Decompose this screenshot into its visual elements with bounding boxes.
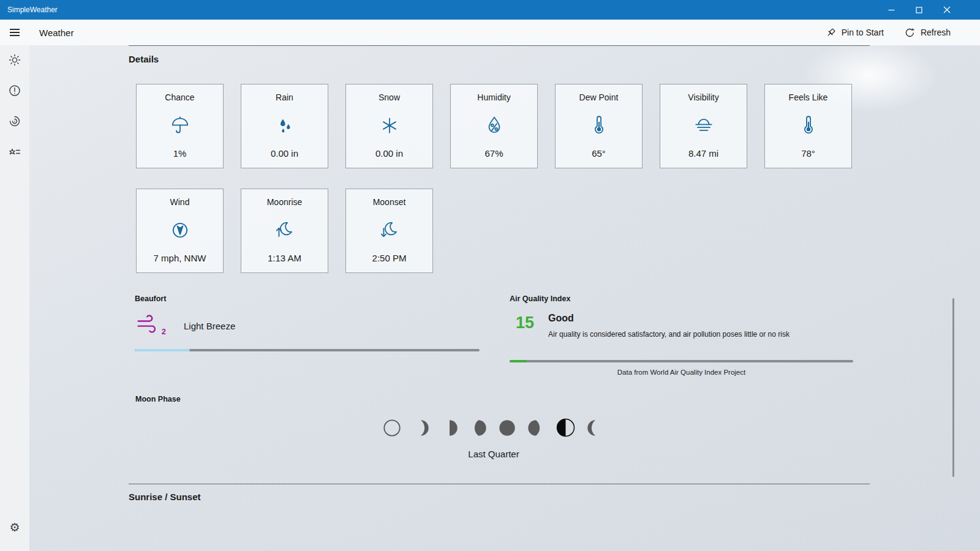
detail-card-snow: Snow 0.00 in bbox=[345, 84, 433, 168]
card-value: 1:13 AM bbox=[268, 253, 301, 263]
page-title: Weather bbox=[39, 28, 74, 38]
thermometer-icon bbox=[798, 114, 819, 137]
sidebar: ⚙ bbox=[0, 45, 29, 551]
detail-card-feels-like: Feels Like 78° bbox=[764, 84, 852, 168]
card-label: Wind bbox=[170, 197, 190, 207]
moon-phase-waning-gibbous-icon bbox=[527, 419, 545, 437]
raindrops-icon bbox=[274, 114, 295, 137]
beaufort-progress-bar bbox=[135, 349, 480, 351]
sun-icon bbox=[9, 54, 21, 66]
beaufort-scale-number: 2 bbox=[162, 327, 166, 336]
moon-phase-waxing-crescent-icon bbox=[412, 419, 430, 437]
close-button[interactable] bbox=[933, 0, 960, 20]
beaufort-heading: Beaufort bbox=[135, 294, 166, 303]
moonset-icon bbox=[379, 219, 400, 241]
alert-icon bbox=[9, 84, 21, 97]
moon-phase-last-quarter-icon bbox=[556, 418, 576, 438]
sidebar-item-settings[interactable]: ⚙ bbox=[8, 520, 21, 534]
aqi-heading: Air Quality Index bbox=[510, 294, 570, 303]
minimize-button[interactable] bbox=[878, 0, 905, 20]
card-label: Chance bbox=[165, 92, 194, 102]
pin-icon bbox=[826, 28, 836, 38]
aqi-attribution: Data from World Air Quality Index Projec… bbox=[510, 369, 853, 376]
card-label: Rain bbox=[276, 92, 293, 102]
card-label: Snow bbox=[379, 92, 400, 102]
card-value: 0.00 in bbox=[375, 148, 403, 159]
sidebar-item-alerts[interactable] bbox=[8, 84, 21, 97]
pin-to-start-label: Pin to Start bbox=[842, 28, 884, 37]
detail-card-dew-point: Dew Point 65° bbox=[555, 84, 643, 168]
card-value: 67% bbox=[484, 148, 503, 159]
section-divider bbox=[129, 484, 870, 484]
sidebar-item-current-weather[interactable] bbox=[8, 53, 21, 67]
moon-phase-row bbox=[129, 418, 859, 438]
sunrise-sunset-heading: Sunrise / Sunset bbox=[129, 492, 201, 502]
aqi-category: Good bbox=[548, 313, 574, 324]
header-actions: Pin to Start Refresh bbox=[826, 28, 951, 38]
card-value: 65° bbox=[592, 148, 606, 159]
close-icon bbox=[943, 6, 951, 13]
card-value: 8.47 mi bbox=[688, 148, 718, 159]
card-label: Visibility bbox=[688, 92, 718, 102]
minimize-icon bbox=[888, 7, 895, 13]
beaufort-label: Light Breeze bbox=[184, 321, 235, 331]
sidebar-item-favorites[interactable] bbox=[8, 145, 21, 159]
maximize-icon bbox=[916, 7, 922, 13]
refresh-button[interactable]: Refresh bbox=[905, 28, 951, 38]
card-label: Moonrise bbox=[267, 197, 303, 207]
card-label: Humidity bbox=[477, 92, 510, 102]
card-label: Moonset bbox=[373, 197, 406, 207]
card-value: 78° bbox=[801, 148, 815, 159]
detail-card-wind: Wind 7 mph, NNW bbox=[136, 189, 224, 273]
aqi-progress-bar bbox=[510, 360, 853, 362]
scrollbar-thumb[interactable] bbox=[952, 298, 954, 477]
app-window: SimpleWeather Weather Pin to Start bbox=[0, 0, 980, 551]
moon-phase-full-moon-icon bbox=[498, 419, 516, 437]
star-list-icon bbox=[9, 146, 21, 158]
detail-card-rain: Rain 0.00 in bbox=[241, 84, 328, 168]
detail-card-visibility: Visibility 8.47 mi bbox=[660, 84, 747, 168]
maximize-button[interactable] bbox=[905, 0, 933, 20]
sidebar-item-radar[interactable] bbox=[8, 114, 21, 128]
refresh-label: Refresh bbox=[921, 28, 951, 37]
card-label: Dew Point bbox=[579, 92, 619, 102]
aqi-progress-fill bbox=[510, 360, 527, 362]
humidity-drop-icon bbox=[484, 114, 505, 137]
compass-arrow-icon bbox=[170, 219, 190, 241]
card-value: 7 mph, NNW bbox=[154, 253, 206, 263]
detail-card-moonrise: Moonrise 1:13 AM bbox=[241, 189, 328, 273]
umbrella-icon bbox=[170, 114, 190, 137]
aqi-value: 15 bbox=[516, 313, 534, 332]
details-cards-row-2: Wind 7 mph, NNW Moonrise bbox=[136, 189, 433, 273]
beaufort-progress-fill bbox=[135, 349, 190, 351]
section-divider bbox=[129, 45, 870, 46]
radar-icon bbox=[9, 115, 21, 127]
snowflake-icon bbox=[379, 114, 400, 137]
beaufort-wind-icon: 2 bbox=[136, 313, 165, 335]
detail-card-chance: Chance 1% bbox=[136, 84, 224, 168]
card-value: 2:50 PM bbox=[372, 253, 407, 263]
detail-card-moonset: Moonset 2:50 PM bbox=[345, 189, 433, 273]
header: Weather Pin to Start Refresh bbox=[0, 20, 980, 45]
aqi-description: Air quality is considered satisfactory, … bbox=[548, 330, 790, 339]
details-cards-row-1: Chance 1% Rain bbox=[136, 84, 852, 168]
moon-phase-first-quarter-icon bbox=[440, 419, 459, 437]
detail-card-humidity: Humidity 67% bbox=[450, 84, 538, 168]
refresh-icon bbox=[905, 28, 915, 38]
moon-current-phase-label: Last Quarter bbox=[129, 449, 859, 459]
moon-phase-waning-crescent-icon bbox=[586, 419, 605, 437]
thermometer-icon bbox=[589, 114, 609, 137]
pin-to-start-button[interactable]: Pin to Start bbox=[826, 28, 884, 38]
fog-horizon-icon bbox=[693, 114, 714, 137]
titlebar[interactable]: SimpleWeather bbox=[0, 0, 980, 20]
card-value: 0.00 in bbox=[271, 148, 298, 159]
menu-button[interactable] bbox=[0, 20, 29, 45]
moon-phase-new-moon-icon bbox=[383, 419, 401, 437]
moon-phase-heading: Moon Phase bbox=[135, 395, 181, 403]
gear-icon: ⚙ bbox=[9, 522, 20, 533]
details-heading: Details bbox=[129, 54, 159, 64]
content-area: Details Chance 1% Rain bbox=[29, 45, 980, 551]
card-value: 1% bbox=[173, 148, 187, 159]
app-title: SimpleWeather bbox=[7, 6, 58, 14]
moonrise-icon bbox=[274, 219, 295, 241]
